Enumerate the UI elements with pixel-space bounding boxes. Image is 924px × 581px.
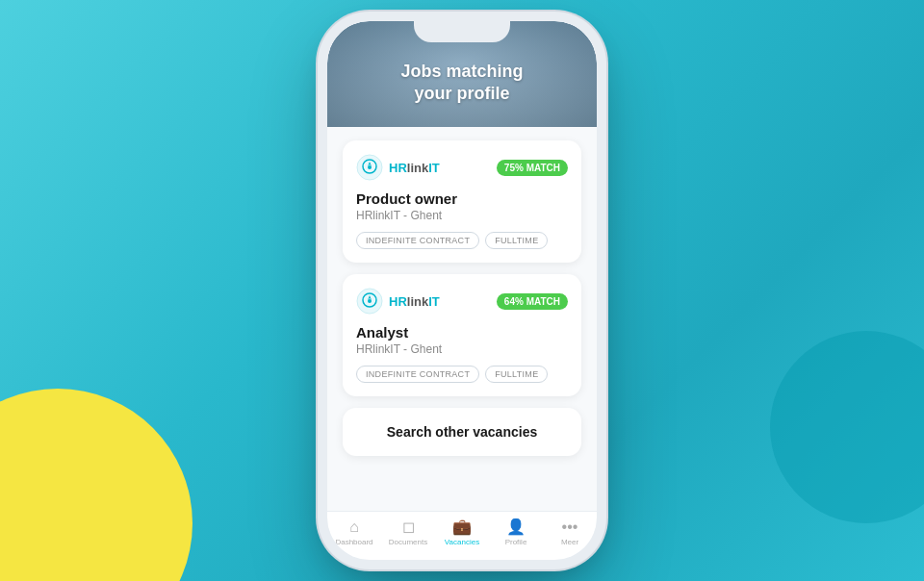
job-subtitle-2: HRlinkIT - Ghent [356,342,568,356]
svg-point-1 [368,165,372,169]
job-title-1: Product owner [356,190,568,207]
search-vacancies-label: Search other vacancies [387,424,537,440]
job-card-2[interactable]: HRlinkIT 64% MATCH Analyst HRlinkIT - Gh… [343,274,581,396]
tag-contract-1: INDEFINITE CONTRACT [356,232,479,249]
match-badge-1: 75% MATCH [497,160,568,176]
bottom-navigation: ⌂ Dashboard ◻ Documents 💼 Vacancies 👤 Pr… [327,511,597,560]
nav-item-documents[interactable]: ◻ Documents [381,518,435,546]
job-subtitle-1: HRlinkIT - Ghent [356,209,568,222]
jobs-content[interactable]: HRlinkIT 75% MATCH Product owner HRlinkI… [327,127,597,511]
job-tags-2: INDEFINITE CONTRACT FULLTIME [356,366,568,383]
phone-screen: Jobs matching your profile [327,21,597,560]
match-badge-2: 64% MATCH [497,293,568,310]
nav-label-documents: Documents [389,538,427,546]
phone-frame: Jobs matching your profile [327,21,597,560]
job-title-2: Analyst [356,324,568,341]
job-card-1[interactable]: HRlinkIT 75% MATCH Product owner HRlinkI… [343,140,581,263]
phone-mockup: Jobs matching your profile [327,21,597,560]
hrlinkit-logo-icon-1 [356,154,383,181]
nav-item-meer[interactable]: ••• Meer [543,518,597,546]
vacancies-icon: 💼 [452,518,472,536]
company-logo-1: HRlinkIT [356,154,440,181]
documents-icon: ◻ [402,518,415,536]
dashboard-icon: ⌂ [349,518,359,536]
header-title: Jobs matching your profile [400,61,523,106]
company-name-1: HRlinkIT [389,161,440,175]
nav-item-vacancies[interactable]: 💼 Vacancies [435,518,489,546]
search-vacancies-section[interactable]: Search other vacancies [343,408,581,456]
nav-label-dashboard: Dashboard [335,538,372,546]
nav-item-profile[interactable]: 👤 Profile [489,518,543,546]
meer-icon: ••• [562,518,578,536]
hrlinkit-logo-icon-2 [356,288,383,315]
phone-notch [414,21,510,42]
nav-item-dashboard[interactable]: ⌂ Dashboard [327,518,381,546]
tag-type-1: FULLTIME [485,232,548,249]
nav-label-meer: Meer [561,538,578,546]
nav-label-profile: Profile [505,538,527,546]
tag-type-2: FULLTIME [485,366,548,383]
svg-point-3 [368,299,372,303]
profile-icon: 👤 [506,518,526,536]
company-name-2: HRlinkIT [389,294,440,309]
card-header-1: HRlinkIT 75% MATCH [356,154,568,181]
company-logo-2: HRlinkIT [356,288,440,315]
card-header-2: HRlinkIT 64% MATCH [356,288,568,315]
tag-contract-2: INDEFINITE CONTRACT [356,366,479,383]
job-tags-1: INDEFINITE CONTRACT FULLTIME [356,232,568,249]
nav-label-vacancies: Vacancies [445,538,479,546]
